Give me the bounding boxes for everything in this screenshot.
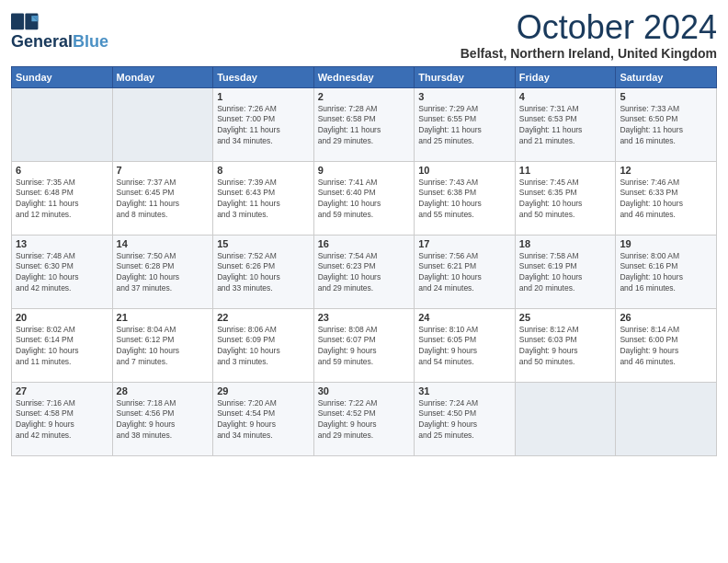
calendar-cell: 21Sunrise: 8:04 AM Sunset: 6:12 PM Dayli…: [112, 308, 213, 382]
calendar-cell: 7Sunrise: 7:37 AM Sunset: 6:45 PM Daylig…: [112, 161, 213, 235]
day-number: 6: [16, 165, 108, 176]
day-info: Sunrise: 8:14 AM Sunset: 6:00 PM Dayligh…: [620, 325, 712, 369]
calendar-cell: 31Sunrise: 7:24 AM Sunset: 4:50 PM Dayli…: [415, 382, 516, 455]
calendar-cell: [112, 87, 213, 161]
day-number: 17: [418, 238, 511, 249]
svg-rect-0: [11, 13, 24, 29]
day-info: Sunrise: 8:12 AM Sunset: 6:03 PM Dayligh…: [519, 325, 612, 369]
day-info: Sunrise: 7:46 AM Sunset: 6:33 PM Dayligh…: [620, 178, 712, 222]
day-info: Sunrise: 7:54 AM Sunset: 6:23 PM Dayligh…: [318, 251, 411, 295]
day-number: 7: [117, 165, 210, 176]
calendar-cell: 23Sunrise: 8:08 AM Sunset: 6:07 PM Dayli…: [313, 308, 415, 382]
day-number: 9: [318, 165, 411, 176]
day-info: Sunrise: 7:39 AM Sunset: 6:43 PM Dayligh…: [217, 178, 310, 222]
day-number: 20: [16, 312, 108, 323]
logo: General Blue: [11, 13, 108, 52]
calendar-cell: [616, 382, 717, 455]
day-number: 4: [519, 91, 612, 102]
day-info: Sunrise: 7:45 AM Sunset: 6:35 PM Dayligh…: [519, 178, 612, 222]
day-number: 15: [217, 238, 310, 249]
day-number: 12: [620, 165, 712, 176]
calendar-cell: 16Sunrise: 7:54 AM Sunset: 6:23 PM Dayli…: [313, 235, 415, 308]
day-info: Sunrise: 7:33 AM Sunset: 6:50 PM Dayligh…: [620, 104, 712, 148]
day-number: 14: [117, 238, 210, 249]
calendar-cell: 5Sunrise: 7:33 AM Sunset: 6:50 PM Daylig…: [616, 87, 717, 161]
calendar-cell: [12, 87, 113, 161]
calendar-cell: 11Sunrise: 7:45 AM Sunset: 6:35 PM Dayli…: [515, 161, 616, 235]
calendar-cell: 15Sunrise: 7:52 AM Sunset: 6:26 PM Dayli…: [213, 235, 314, 308]
day-info: Sunrise: 7:20 AM Sunset: 4:54 PM Dayligh…: [217, 398, 310, 442]
day-number: 30: [318, 385, 411, 396]
day-info: Sunrise: 7:31 AM Sunset: 6:53 PM Dayligh…: [519, 104, 612, 148]
calendar-cell: 10Sunrise: 7:43 AM Sunset: 6:38 PM Dayli…: [415, 161, 516, 235]
calendar-cell: 9Sunrise: 7:41 AM Sunset: 6:40 PM Daylig…: [313, 161, 415, 235]
day-info: Sunrise: 7:26 AM Sunset: 7:00 PM Dayligh…: [217, 104, 310, 148]
calendar-cell: 12Sunrise: 7:46 AM Sunset: 6:33 PM Dayli…: [616, 161, 717, 235]
location: Belfast, Northern Ireland, United Kingdo…: [461, 46, 717, 61]
calendar-cell: 13Sunrise: 7:48 AM Sunset: 6:30 PM Dayli…: [12, 235, 113, 308]
calendar-cell: 29Sunrise: 7:20 AM Sunset: 4:54 PM Dayli…: [213, 382, 314, 455]
calendar-cell: 20Sunrise: 8:02 AM Sunset: 6:14 PM Dayli…: [12, 308, 113, 382]
logo-icon: [11, 13, 40, 31]
day-info: Sunrise: 7:22 AM Sunset: 4:52 PM Dayligh…: [318, 398, 411, 442]
calendar-cell: 17Sunrise: 7:56 AM Sunset: 6:21 PM Dayli…: [415, 235, 516, 308]
calendar-cell: 30Sunrise: 7:22 AM Sunset: 4:52 PM Dayli…: [313, 382, 415, 455]
calendar-cell: 27Sunrise: 7:16 AM Sunset: 4:58 PM Dayli…: [12, 382, 113, 455]
day-number: 5: [620, 91, 712, 102]
day-info: Sunrise: 8:00 AM Sunset: 6:16 PM Dayligh…: [620, 251, 712, 295]
day-info: Sunrise: 7:41 AM Sunset: 6:40 PM Dayligh…: [318, 178, 411, 222]
day-number: 3: [418, 91, 511, 102]
weekday-header-thursday: Thursday: [415, 66, 516, 87]
day-info: Sunrise: 7:37 AM Sunset: 6:45 PM Dayligh…: [117, 178, 210, 222]
calendar-cell: 8Sunrise: 7:39 AM Sunset: 6:43 PM Daylig…: [213, 161, 314, 235]
week-row-2: 6Sunrise: 7:35 AM Sunset: 6:48 PM Daylig…: [12, 161, 717, 235]
day-number: 27: [16, 385, 108, 396]
day-info: Sunrise: 7:18 AM Sunset: 4:56 PM Dayligh…: [117, 398, 210, 442]
day-number: 23: [318, 312, 411, 323]
calendar-cell: 24Sunrise: 8:10 AM Sunset: 6:05 PM Dayli…: [415, 308, 516, 382]
header-row: SundayMondayTuesdayWednesdayThursdayFrid…: [12, 66, 717, 87]
day-number: 24: [418, 312, 511, 323]
day-info: Sunrise: 7:35 AM Sunset: 6:48 PM Dayligh…: [16, 178, 108, 222]
week-row-1: 1Sunrise: 7:26 AM Sunset: 7:00 PM Daylig…: [12, 87, 717, 161]
day-info: Sunrise: 7:52 AM Sunset: 6:26 PM Dayligh…: [217, 251, 310, 295]
day-info: Sunrise: 8:06 AM Sunset: 6:09 PM Dayligh…: [217, 325, 310, 369]
day-number: 2: [318, 91, 411, 102]
day-number: 8: [217, 165, 310, 176]
day-info: Sunrise: 7:56 AM Sunset: 6:21 PM Dayligh…: [418, 251, 511, 295]
day-number: 25: [519, 312, 612, 323]
day-number: 28: [117, 385, 210, 396]
day-number: 19: [620, 238, 712, 249]
month-title: October 2024: [461, 9, 717, 46]
calendar-cell: 2Sunrise: 7:28 AM Sunset: 6:58 PM Daylig…: [313, 87, 415, 161]
calendar-cell: 6Sunrise: 7:35 AM Sunset: 6:48 PM Daylig…: [12, 161, 113, 235]
weekday-header-friday: Friday: [515, 66, 616, 87]
calendar-cell: 26Sunrise: 8:14 AM Sunset: 6:00 PM Dayli…: [616, 308, 717, 382]
calendar-cell: 28Sunrise: 7:18 AM Sunset: 4:56 PM Dayli…: [112, 382, 213, 455]
day-info: Sunrise: 7:48 AM Sunset: 6:30 PM Dayligh…: [16, 251, 108, 295]
day-info: Sunrise: 7:29 AM Sunset: 6:55 PM Dayligh…: [418, 104, 511, 148]
day-number: 21: [117, 312, 210, 323]
day-info: Sunrise: 8:02 AM Sunset: 6:14 PM Dayligh…: [16, 325, 108, 369]
day-info: Sunrise: 7:43 AM Sunset: 6:38 PM Dayligh…: [418, 178, 511, 222]
day-number: 26: [620, 312, 712, 323]
day-number: 1: [217, 91, 310, 102]
day-number: 16: [318, 238, 411, 249]
day-info: Sunrise: 7:28 AM Sunset: 6:58 PM Dayligh…: [318, 104, 411, 148]
week-row-3: 13Sunrise: 7:48 AM Sunset: 6:30 PM Dayli…: [12, 235, 717, 308]
day-number: 18: [519, 238, 612, 249]
page: General Blue October 2024 Belfast, North…: [0, 0, 728, 563]
day-number: 22: [217, 312, 310, 323]
calendar-cell: 4Sunrise: 7:31 AM Sunset: 6:53 PM Daylig…: [515, 87, 616, 161]
day-info: Sunrise: 7:50 AM Sunset: 6:28 PM Dayligh…: [117, 251, 210, 295]
logo-text-general: General: [11, 33, 73, 52]
day-info: Sunrise: 7:16 AM Sunset: 4:58 PM Dayligh…: [16, 398, 108, 442]
day-info: Sunrise: 7:24 AM Sunset: 4:50 PM Dayligh…: [418, 398, 511, 442]
day-number: 13: [16, 238, 108, 249]
weekday-header-tuesday: Tuesday: [213, 66, 314, 87]
day-info: Sunrise: 8:10 AM Sunset: 6:05 PM Dayligh…: [418, 325, 511, 369]
day-number: 29: [217, 385, 310, 396]
calendar-cell: [515, 382, 616, 455]
header-right: October 2024 Belfast, Northern Ireland, …: [461, 9, 717, 61]
weekday-header-saturday: Saturday: [616, 66, 717, 87]
